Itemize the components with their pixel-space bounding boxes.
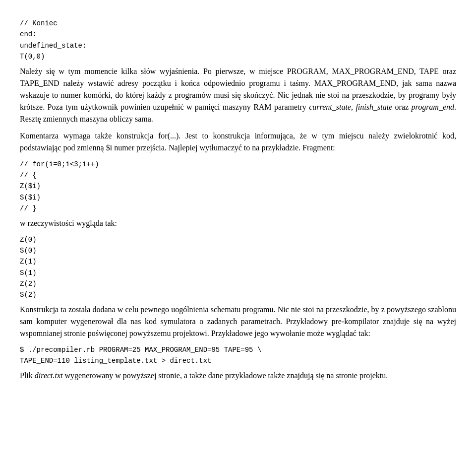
- page-content: // Koniec end: undefined_state: T(0,0) N…: [20, 18, 456, 382]
- code-block-1: // Koniec end: undefined_state: T(0,0): [20, 18, 456, 63]
- paragraph-3: Konstrukcja ta została dodana w celu pew…: [20, 304, 456, 339]
- code-block-4: $ ./precompiler.rb PROGRAM=25 MAX_PROGRA…: [20, 344, 456, 367]
- code-block-2: // for(i=0;i<3;i++) // { Z($i) S($i) // …: [20, 159, 456, 214]
- paragraph-4: Plik direct.txt wygenerowany w powyższej…: [20, 370, 456, 382]
- text-w-rzeczywistosci: w rzeczywistości wygląda tak:: [20, 217, 456, 229]
- code-block-3: Z(0) S(0) Z(1) S(1) Z(2) S(2): [20, 234, 456, 301]
- paragraph-2: Komentarza wymaga także konstrukcja for(…: [20, 130, 456, 154]
- paragraph-1: Należy się w tym momencie kilka słów wyj…: [20, 66, 456, 125]
